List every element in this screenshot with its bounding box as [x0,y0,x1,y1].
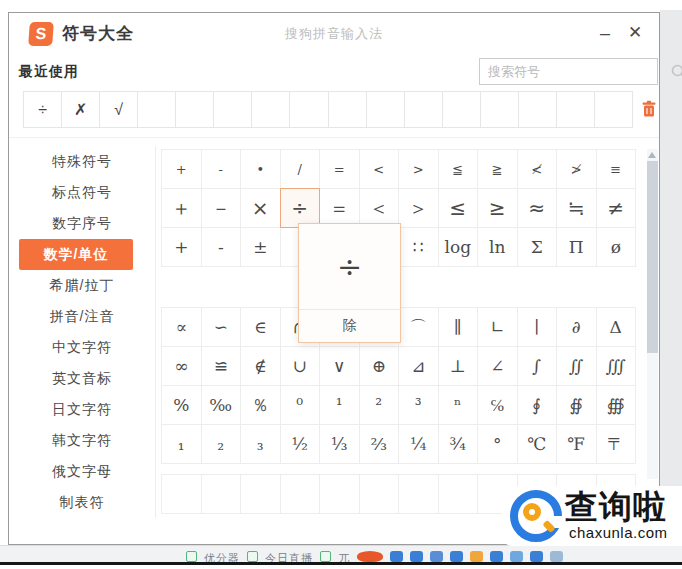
symbol-cell[interactable] [398,474,439,514]
search-input[interactable] [480,64,668,79]
symbol-cell[interactable]: ≠ [596,188,637,228]
symbol-cell[interactable]: ₃ [240,424,281,464]
taskbar-app-icon[interactable] [186,551,197,562]
recent-symbol-cell[interactable] [213,91,252,128]
minimize-button[interactable]: – [593,21,617,45]
symbol-cell[interactable]: － [201,188,242,228]
taskbar-app-label[interactable]: 今日直播 [265,551,313,562]
symbol-cell[interactable]: ⅔ [359,424,400,464]
taskbar-tray-icon[interactable] [530,551,543,562]
symbol-cell[interactable] [319,474,360,514]
symbol-cell[interactable]: ø [596,227,637,267]
symbol-cell[interactable]: ∪ [280,346,321,386]
symbol-cell[interactable]: ⌒ [398,307,439,347]
symbol-cell[interactable]: ⅓ [319,424,360,464]
symbol-cell[interactable]: ∮ [517,385,558,425]
recent-symbol-cell[interactable] [404,91,443,128]
symbol-cell[interactable]: ≈ [517,188,558,228]
symbol-cell[interactable]: ∟ [477,307,518,347]
symbol-cell[interactable]: ₂ [201,424,242,464]
symbol-cell[interactable]: ∯ [556,385,597,425]
taskbar-tray-icon[interactable] [550,551,563,562]
symbol-cell[interactable]: ∣ [517,307,558,347]
recent-symbol-cell[interactable] [328,91,367,128]
taskbar-tray-icon[interactable] [450,551,463,562]
close-button[interactable]: ✕ [623,21,647,45]
search-box[interactable] [479,58,658,85]
symbol-cell[interactable]: ¼ [398,424,439,464]
recent-symbol-cell[interactable] [480,91,519,128]
symbol-cell[interactable]: ℅ [477,385,518,425]
recent-symbol-cell[interactable] [175,91,214,128]
symbol-cell[interactable]: ≦ [438,149,479,189]
symbol-cell[interactable]: ⁰ [280,385,321,425]
symbol-cell[interactable]: / [280,149,321,189]
symbol-cell[interactable]: ³ [398,385,439,425]
taskbar-tray-icon[interactable] [357,551,383,562]
scrollbar-thumb[interactable] [647,161,658,353]
symbol-cell[interactable]: - [201,149,242,189]
symbol-cell[interactable]: ⁿ [438,385,479,425]
recent-symbol-cell[interactable] [442,91,481,128]
symbol-cell[interactable]: ≧ [477,149,518,189]
symbol-cell[interactable]: ＋ [161,188,202,228]
symbol-cell[interactable]: ＝ [319,188,360,228]
sidebar-item-category[interactable]: 特殊符号 [9,146,155,177]
trash-icon[interactable] [639,99,659,119]
symbol-cell[interactable] [201,474,242,514]
sidebar-item-category[interactable]: 日文字符 [9,394,155,425]
sidebar-item-category[interactable]: 希腊/拉丁 [9,270,155,301]
symbol-cell[interactable]: ⊕ [359,346,400,386]
symbol-cell[interactable]: > [398,149,439,189]
symbol-cell[interactable]: % [161,385,202,425]
symbol-cell[interactable]: ‰ [201,385,242,425]
symbol-cell[interactable] [438,474,479,514]
scrollbar[interactable] [647,149,658,479]
title-bar[interactable]: S 符号大全 搜狗拼音输入法 – ✕ [9,13,659,55]
symbol-cell[interactable]: ₁ [161,424,202,464]
symbol-cell[interactable]: ¹ [319,385,360,425]
sidebar-item-category[interactable]: 英文音标 [9,363,155,394]
symbol-cell[interactable]: ∂ [556,307,597,347]
symbol-cell[interactable]: ÷ [280,188,321,228]
recent-symbol-cell[interactable] [251,91,290,128]
symbol-cell[interactable]: + [161,227,202,267]
symbol-cell[interactable]: Π [556,227,597,267]
symbol-cell[interactable] [359,474,400,514]
taskbar-tray-icon[interactable] [470,551,483,562]
symbol-cell[interactable]: ∞ [161,346,202,386]
symbol-cell[interactable]: ≒ [556,188,597,228]
recent-symbol-cell[interactable] [366,91,405,128]
symbol-cell[interactable]: Δ [596,307,637,347]
symbol-cell[interactable]: ± [240,227,281,267]
symbol-cell[interactable]: ∰ [596,385,637,425]
taskbar-tray-icon[interactable] [490,551,503,562]
symbol-cell[interactable] [280,474,321,514]
sidebar-item-category[interactable]: 韩文字符 [9,425,155,456]
recent-symbol-cell[interactable] [556,91,595,128]
symbol-cell[interactable]: ∬ [556,346,597,386]
recent-symbol-cell[interactable] [137,91,176,128]
symbol-cell[interactable]: ∥ [438,307,479,347]
recent-symbol-cell[interactable] [289,91,328,128]
symbol-cell[interactable]: ℉ [556,424,597,464]
sidebar-item-category[interactable]: 俄文字母 [9,456,155,487]
taskbar-strip[interactable]: 优分器今日直播兀 [0,545,682,562]
symbol-cell[interactable]: ln [477,227,518,267]
symbol-cell[interactable]: ∷ [398,227,439,267]
symbol-cell[interactable]: < [359,149,400,189]
symbol-cell[interactable]: • [240,149,281,189]
taskbar-tray-icon[interactable] [390,551,403,562]
sidebar-item-selected[interactable]: 数学/单位 [19,239,133,270]
symbol-cell[interactable]: ∉ [240,346,281,386]
recent-symbol-cell[interactable]: √ [99,91,138,128]
symbol-cell[interactable]: ≌ [201,346,242,386]
scrollbar-up-arrow-icon[interactable] [648,152,656,158]
taskbar-app-label[interactable]: 兀 [338,551,350,562]
symbol-cell[interactable] [240,474,281,514]
symbol-cell[interactable]: ∽ [201,307,242,347]
taskbar-tray-icon[interactable] [430,551,443,562]
symbol-cell[interactable]: ℃ [517,424,558,464]
taskbar-app-icon[interactable] [320,551,331,562]
symbol-cell[interactable]: = [319,149,360,189]
